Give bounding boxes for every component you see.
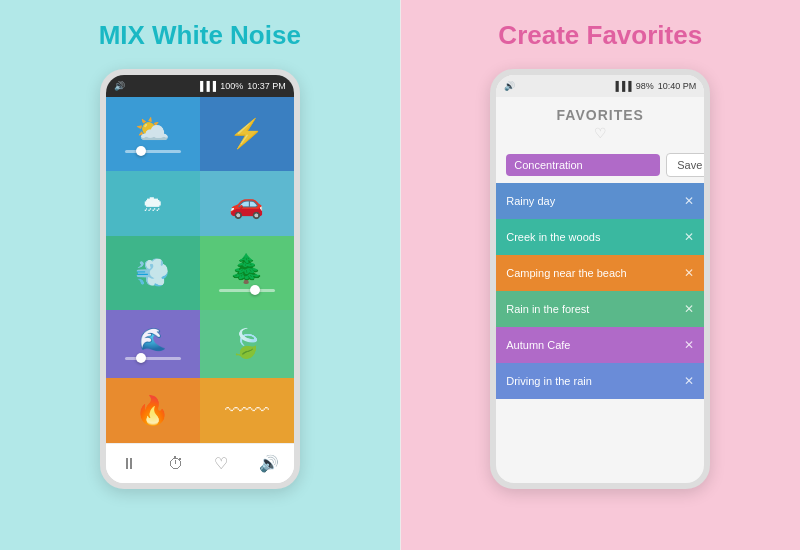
- phone-left: 🔊 ▐▐▐ 100% 10:37 PM ⛅ ⚡ 🌧: [100, 69, 300, 489]
- cloud-icon: ⛅: [135, 116, 170, 144]
- thunder-slider-thumb: [136, 146, 146, 156]
- grid-cell-car[interactable]: 🚗: [200, 171, 294, 236]
- fav-item-label-autumn: Autumn Cafe: [506, 339, 570, 351]
- right-time-text: 10:40 PM: [658, 81, 697, 91]
- phone-nav-bar: ⏸ ⏱ ♡ 🔊: [106, 443, 294, 483]
- tree-icon: 🌲: [229, 255, 264, 283]
- car-icon: 🚗: [229, 190, 264, 218]
- volume-icon: 🔊: [114, 81, 125, 91]
- fav-item-close-creek[interactable]: ✕: [684, 230, 694, 244]
- favorites-icon[interactable]: ♡: [214, 454, 228, 473]
- water-icon: 🌊: [139, 329, 166, 351]
- grid-cell-leaf[interactable]: 🍃: [200, 310, 294, 378]
- fav-item-close-forest[interactable]: ✕: [684, 302, 694, 316]
- favorites-list: Rainy day ✕ Creek in the woods ✕ Camping…: [496, 183, 704, 483]
- list-item: Rain in the forest ✕: [496, 291, 704, 327]
- grid-cell-tree[interactable]: 🌲: [200, 236, 294, 310]
- sound-grid: ⛅ ⚡ 🌧 🚗 💨 🌲: [106, 97, 294, 443]
- right-status-bar: 🔊 ▐▐▐ 98% 10:40 PM: [496, 75, 704, 97]
- left-status-bar: 🔊 ▐▐▐ 100% 10:37 PM: [106, 75, 294, 97]
- status-right: ▐▐▐ 100% 10:37 PM: [197, 81, 286, 91]
- list-item: Creek in the woods ✕: [496, 219, 704, 255]
- favorites-input-row: Save: [496, 147, 704, 183]
- favorites-name-input[interactable]: [506, 154, 660, 176]
- grid-cell-thunder-cloud[interactable]: ⛅: [106, 97, 200, 171]
- grid-cell-rain-window[interactable]: 🌧: [106, 171, 200, 236]
- grid-cell-wind[interactable]: 💨: [106, 236, 200, 310]
- fav-item-label-forest: Rain in the forest: [506, 303, 589, 315]
- volume-nav-icon[interactable]: 🔊: [259, 454, 279, 473]
- favorites-title-text: FAVORITES: [508, 107, 692, 123]
- fav-item-label-camping: Camping near the beach: [506, 267, 626, 279]
- fav-item-label-creek: Creek in the woods: [506, 231, 600, 243]
- battery-text: 100%: [220, 81, 243, 91]
- water-slider[interactable]: [125, 357, 181, 360]
- grid-cell-water[interactable]: 🌊: [106, 310, 200, 378]
- fav-item-close-camping[interactable]: ✕: [684, 266, 694, 280]
- fav-item-label-rainy: Rainy day: [506, 195, 555, 207]
- lightning-icon: ⚡: [229, 120, 264, 148]
- tree-slider[interactable]: [219, 289, 275, 292]
- save-button[interactable]: Save: [666, 153, 710, 177]
- right-panel: Create Favorites 🔊 ▐▐▐ 98% 10:40 PM FAVO…: [401, 0, 801, 550]
- tree-slider-thumb: [250, 285, 260, 295]
- right-signal-icon: ▐▐▐: [613, 81, 632, 91]
- phone-right: 🔊 ▐▐▐ 98% 10:40 PM FAVORITES ♡ Save Rain…: [490, 69, 710, 489]
- thunder-slider[interactable]: [125, 150, 181, 153]
- water-slider-thumb: [136, 353, 146, 363]
- list-item: Rainy day ✕: [496, 183, 704, 219]
- favorites-heart-icon[interactable]: ♡: [508, 125, 692, 141]
- right-status-left: 🔊: [504, 81, 515, 91]
- right-title: Create Favorites: [498, 20, 702, 51]
- fav-item-close-driving[interactable]: ✕: [684, 374, 694, 388]
- grid-cell-waves[interactable]: 〰〰: [200, 378, 294, 443]
- fav-item-close-rainy[interactable]: ✕: [684, 194, 694, 208]
- fire-icon: 🔥: [135, 397, 170, 425]
- right-battery-text: 98%: [636, 81, 654, 91]
- status-left-icons: 🔊: [114, 81, 125, 91]
- left-title: MIX White Noise: [99, 20, 301, 51]
- right-status-right: ▐▐▐ 98% 10:40 PM: [613, 81, 697, 91]
- waves-icon: 〰〰: [225, 400, 269, 422]
- grid-cell-fire[interactable]: 🔥: [106, 378, 200, 443]
- list-item: Autumn Cafe ✕: [496, 327, 704, 363]
- leaf-icon: 🍃: [229, 330, 264, 358]
- left-panel: MIX White Noise 🔊 ▐▐▐ 100% 10:37 PM ⛅: [0, 0, 400, 550]
- signal-icon: ▐▐▐: [197, 81, 216, 91]
- fav-item-label-driving: Driving in the rain: [506, 375, 592, 387]
- right-volume-icon: 🔊: [504, 81, 515, 91]
- grid-cell-lightning[interactable]: ⚡: [200, 97, 294, 171]
- list-item: Camping near the beach ✕: [496, 255, 704, 291]
- pause-icon[interactable]: ⏸: [121, 455, 137, 473]
- list-item: Driving in the rain ✕: [496, 363, 704, 399]
- favorites-header: FAVORITES ♡: [496, 97, 704, 147]
- rain-window-icon: 🌧: [142, 193, 164, 215]
- fav-item-close-autumn[interactable]: ✕: [684, 338, 694, 352]
- wind-icon: 💨: [135, 259, 170, 287]
- time-text: 10:37 PM: [247, 81, 286, 91]
- timer-icon[interactable]: ⏱: [168, 455, 184, 473]
